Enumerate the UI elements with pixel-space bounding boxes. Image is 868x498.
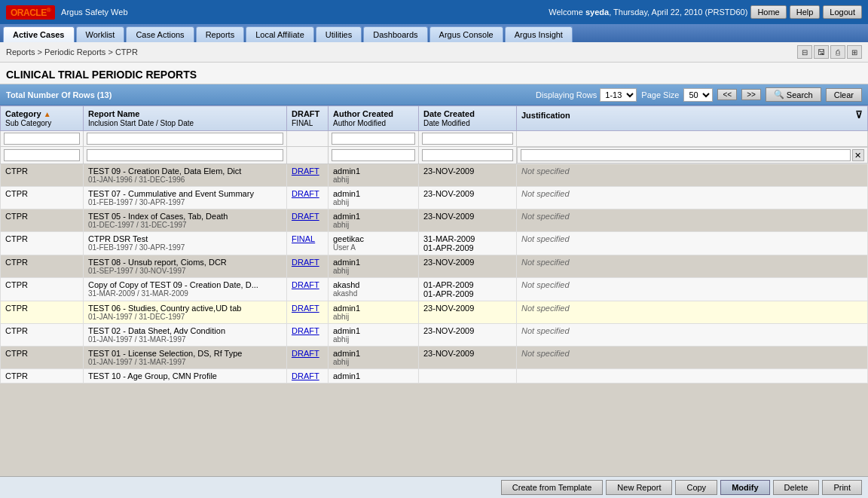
help-button[interactable]: Help: [790, 5, 821, 19]
draft-final-link[interactable]: DRAFT: [292, 349, 319, 358]
filter-category-input[interactable]: [4, 133, 80, 145]
breadcrumb-icon-1[interactable]: ⊟: [797, 45, 812, 59]
cell-author: akashd akashd: [329, 278, 419, 301]
tab-case-actions[interactable]: Case Actions: [126, 26, 194, 42]
tab-reports[interactable]: Reports: [196, 26, 245, 42]
table-row[interactable]: CTPR TEST 02 - Data Sheet, Adv Condition…: [1, 324, 868, 347]
logout-button[interactable]: Logout: [823, 5, 862, 19]
draft-final-link[interactable]: DRAFT: [292, 212, 319, 221]
cell-draft-final[interactable]: DRAFT: [287, 255, 329, 278]
cell-author: admin1 abhij: [329, 164, 419, 187]
filter-icon[interactable]: ⊽: [855, 109, 863, 121]
create-from-template-button[interactable]: Create from Template: [501, 480, 604, 495]
search-button[interactable]: 🔍 Search: [766, 87, 821, 102]
col-header-justification: Justification ⊽: [517, 106, 868, 131]
cell-date: 23-NOV-2009: [419, 255, 517, 278]
cell-date: 31-MAR-2009 01-APR-2009: [419, 232, 517, 255]
cell-draft-final[interactable]: DRAFT: [287, 187, 329, 209]
cell-date: 23-NOV-2009: [419, 187, 517, 209]
tab-dashboards[interactable]: Dashboards: [363, 26, 427, 42]
col-header-report-name: Report Name Inclusion Start Date / Stop …: [84, 106, 287, 131]
tab-worklist[interactable]: Worklist: [76, 26, 125, 42]
draft-final-link[interactable]: FINAL: [292, 234, 315, 243]
delete-button[interactable]: Delete: [773, 480, 820, 495]
cell-draft-final[interactable]: DRAFT: [287, 369, 329, 383]
cell-author: admin1 abhij: [329, 209, 419, 232]
copy-button[interactable]: Copy: [675, 480, 717, 495]
modify-button[interactable]: Modify: [720, 480, 769, 495]
tab-argus-insight[interactable]: Argus Insight: [505, 26, 573, 42]
cell-report-name: Copy of Copy of TEST 09 - Creation Date,…: [84, 278, 287, 301]
cell-justification: Not specified: [517, 187, 868, 209]
next-page-button[interactable]: >>: [741, 89, 761, 100]
action-bar: Create from Template New Report Copy Mod…: [0, 476, 868, 498]
prev-page-button[interactable]: <<: [717, 89, 737, 100]
page-size-select[interactable]: 50: [683, 88, 713, 102]
new-report-button[interactable]: New Report: [606, 480, 672, 495]
filter-author-mod-input[interactable]: [332, 149, 415, 161]
cell-draft-final[interactable]: DRAFT: [287, 209, 329, 232]
filter-row-1: [1, 131, 868, 147]
filter-subcategory-input[interactable]: [4, 149, 80, 161]
tab-argus-console[interactable]: Argus Console: [429, 26, 503, 42]
draft-final-link[interactable]: DRAFT: [292, 258, 319, 267]
home-button[interactable]: Home: [750, 5, 786, 19]
cell-report-name: TEST 02 - Data Sheet, Adv Condition 01-J…: [84, 324, 287, 347]
filter-report-name-input[interactable]: [87, 133, 283, 145]
table-row[interactable]: CTPR TEST 05 - Index of Cases, Tab, Deat…: [1, 209, 868, 232]
filter-justification-input-cell[interactable]: ✕: [517, 147, 868, 163]
filter-subcategory[interactable]: [1, 147, 84, 164]
filter-date-mod[interactable]: [419, 147, 517, 164]
table-row[interactable]: CTPR TEST 09 - Creation Date, Data Elem,…: [1, 164, 868, 187]
table-row[interactable]: CTPR Copy of Copy of TEST 09 - Creation …: [1, 278, 868, 301]
draft-final-link[interactable]: DRAFT: [292, 371, 319, 380]
table-row[interactable]: CTPR TEST 08 - Unsub report, Cioms, DCR …: [1, 255, 868, 278]
draft-final-link[interactable]: DRAFT: [292, 189, 319, 198]
draft-final-link[interactable]: DRAFT: [292, 167, 319, 176]
filter-justification-input[interactable]: [521, 149, 851, 161]
tab-active-cases[interactable]: Active Cases: [3, 26, 75, 42]
breadcrumb-icon-3[interactable]: ⎙: [830, 45, 845, 59]
clear-filter-button[interactable]: ✕: [852, 149, 864, 161]
clear-button[interactable]: Clear: [826, 88, 862, 102]
print-button[interactable]: Print: [822, 480, 862, 495]
cell-draft-final[interactable]: FINAL: [287, 232, 329, 255]
draft-final-link[interactable]: DRAFT: [292, 304, 319, 313]
cell-draft-final[interactable]: DRAFT: [287, 347, 329, 369]
cell-draft-final[interactable]: DRAFT: [287, 324, 329, 347]
rows-range-select[interactable]: 1-13: [600, 88, 637, 102]
table-row[interactable]: CTPR TEST 06 - Studies, Country active,U…: [1, 301, 868, 324]
table-row[interactable]: CTPR TEST 10 - Age Group, CMN Profile DR…: [1, 369, 868, 383]
breadcrumb-icon-4[interactable]: ⊞: [847, 45, 862, 59]
tab-local-affiliate[interactable]: Local Affiliate: [246, 26, 314, 42]
cell-justification: Not specified: [517, 164, 868, 187]
page-size-label: Page Size: [641, 90, 679, 99]
column-header-row: Category ▲ Sub Category Report Name Incl…: [1, 106, 868, 131]
filter-report-name[interactable]: [84, 131, 287, 147]
filter-author-input[interactable]: [332, 133, 415, 145]
tab-utilities[interactable]: Utilities: [316, 26, 362, 42]
cell-draft-final[interactable]: DRAFT: [287, 164, 329, 187]
table-row[interactable]: CTPR TEST 01 - License Selection, DS, Rf…: [1, 347, 868, 369]
cell-draft-final[interactable]: DRAFT: [287, 278, 329, 301]
page-title: CLINICAL TRIAL PERIODIC REPORTS: [0, 63, 868, 84]
filter-date-mod-input[interactable]: [422, 149, 513, 161]
draft-final-link[interactable]: DRAFT: [292, 280, 319, 289]
table-scroll[interactable]: Category ▲ Sub Category Report Name Incl…: [0, 105, 868, 479]
main-content: Category ▲ Sub Category Report Name Incl…: [0, 105, 868, 498]
cell-report-name: TEST 08 - Unsub report, Cioms, DCR 01-SE…: [84, 255, 287, 278]
table-row[interactable]: CTPR TEST 07 - Cummulative and Event Sum…: [1, 187, 868, 209]
table-row[interactable]: CTPR CTPR DSR Test 01-FEB-1997 / 30-APR-…: [1, 232, 868, 255]
cell-draft-final[interactable]: DRAFT: [287, 301, 329, 324]
filter-date-range[interactable]: [84, 147, 287, 164]
filter-date[interactable]: [419, 131, 517, 147]
filter-date-range-input[interactable]: [87, 149, 283, 161]
filter-category[interactable]: [1, 131, 84, 147]
filter-author-mod[interactable]: [329, 147, 419, 164]
filter-author[interactable]: [329, 131, 419, 147]
cell-justification: Not specified: [517, 232, 868, 255]
breadcrumb-icon-2[interactable]: 🖫: [814, 45, 829, 59]
filter-date-input[interactable]: [422, 133, 513, 145]
draft-final-link[interactable]: DRAFT: [292, 326, 319, 335]
cell-category: CTPR: [1, 369, 84, 383]
